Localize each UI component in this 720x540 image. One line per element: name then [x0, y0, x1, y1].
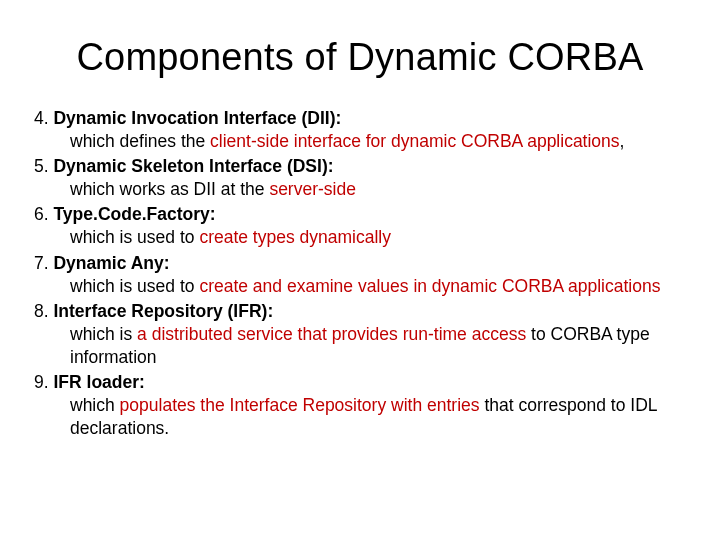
item-term: Dynamic Invocation Interface (DII): — [53, 108, 341, 128]
item-description: which works as DII at the server-side — [70, 178, 686, 201]
item-number: 6. — [34, 204, 53, 224]
desc-highlight: populates the Interface Repository with … — [120, 395, 480, 415]
desc-highlight: server-side — [269, 179, 356, 199]
desc-highlight: create types dynamically — [199, 227, 391, 247]
item-number: 8. — [34, 301, 53, 321]
slide-title: Components of Dynamic CORBA — [34, 36, 686, 79]
desc-pre: which defines the — [70, 131, 210, 151]
desc-highlight: a distributed service that provides run-… — [137, 324, 526, 344]
list-item: 4. Dynamic Invocation Interface (DII): w… — [34, 107, 686, 153]
list-item: 5. Dynamic Skeleton Interface (DSI): whi… — [34, 155, 686, 201]
list-item: 7. Dynamic Any: which is used to create … — [34, 252, 686, 298]
item-description: which defines the client-side interface … — [70, 130, 686, 153]
desc-highlight: client-side interface for dynamic CORBA … — [210, 131, 620, 151]
desc-pre: which works as DII at the — [70, 179, 269, 199]
desc-pre: which is — [70, 324, 137, 344]
desc-highlight: create and examine values in dynamic COR… — [199, 276, 660, 296]
item-term: Type.Code.Factory: — [53, 204, 215, 224]
slide: Components of Dynamic CORBA 4. Dynamic I… — [0, 0, 720, 540]
desc-pre: which is used to — [70, 276, 199, 296]
desc-pre: which is used to — [70, 227, 199, 247]
item-number: 4. — [34, 108, 53, 128]
item-description: which is a distributed service that prov… — [70, 323, 686, 369]
list-item: 9. IFR loader: which populates the Inter… — [34, 371, 686, 440]
item-description: which populates the Interface Repository… — [70, 394, 686, 440]
list-item: 6. Type.Code.Factory: which is used to c… — [34, 203, 686, 249]
desc-pre: which — [70, 395, 120, 415]
desc-post: , — [620, 131, 625, 151]
list-item: 8. Interface Repository (IFR): which is … — [34, 300, 686, 369]
item-term: Interface Repository (IFR): — [53, 301, 273, 321]
item-description: which is used to create types dynamicall… — [70, 226, 686, 249]
item-number: 5. — [34, 156, 53, 176]
item-term: IFR loader: — [53, 372, 144, 392]
item-number: 7. — [34, 253, 53, 273]
item-number: 9. — [34, 372, 53, 392]
item-description: which is used to create and examine valu… — [70, 275, 686, 298]
item-term: Dynamic Any: — [53, 253, 169, 273]
slide-body: 4. Dynamic Invocation Interface (DII): w… — [34, 107, 686, 440]
item-term: Dynamic Skeleton Interface (DSI): — [53, 156, 333, 176]
